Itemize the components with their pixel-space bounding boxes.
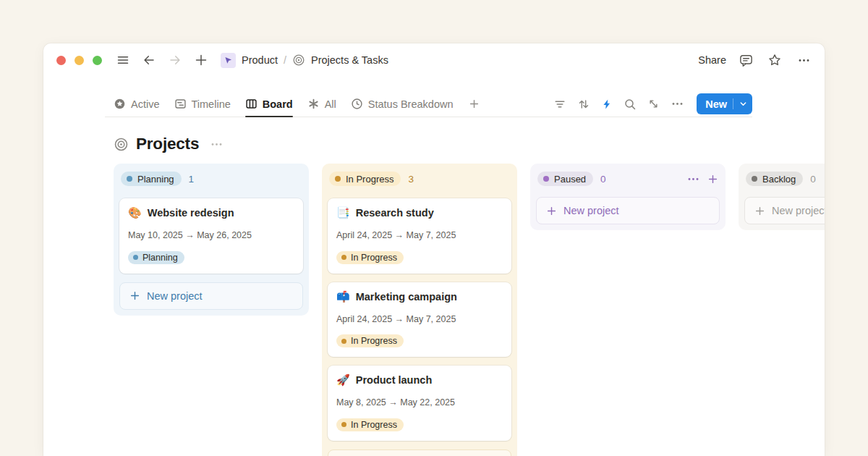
zoom-window-button[interactable] xyxy=(93,56,102,65)
minimize-window-button[interactable] xyxy=(75,56,84,65)
app-window: Product / Projects & Tasks Share ActiveT… xyxy=(43,43,825,456)
status-label: In Progress xyxy=(351,253,397,263)
new-button-divider xyxy=(733,98,733,109)
filter-icon[interactable] xyxy=(553,98,566,111)
card-title-row: 📑Research study xyxy=(336,206,503,219)
chevron-down-icon[interactable] xyxy=(739,100,747,108)
projects-target-icon xyxy=(114,137,129,152)
project-card[interactable]: 📫Marketing campaignApril 24, 2025 → May … xyxy=(328,282,511,358)
card-dates: April 24, 2025 → May 7, 2025 xyxy=(336,314,503,324)
status-dot-icon xyxy=(341,339,346,344)
back-icon[interactable] xyxy=(141,52,157,68)
project-card[interactable]: 🚀Product launchMay 8, 2025 → May 22, 202… xyxy=(328,366,511,441)
kanban-board: Planning1🎨Website redesignMay 10, 2025 →… xyxy=(114,164,825,456)
add-view-button[interactable] xyxy=(469,98,480,109)
new-project-label: New project xyxy=(772,205,825,216)
board-icon xyxy=(245,98,258,110)
column-count: 3 xyxy=(408,174,414,185)
automations-icon[interactable] xyxy=(601,98,613,110)
card-title: Website redesign xyxy=(148,207,234,219)
workspace-icon xyxy=(221,53,236,68)
new-project-label: New project xyxy=(147,290,203,302)
comments-icon[interactable] xyxy=(738,52,754,68)
board-column-backlog: Backlog0New project xyxy=(739,164,825,230)
expand-icon[interactable] xyxy=(647,98,660,110)
card-title: Product launch xyxy=(356,374,433,386)
column-status-pill[interactable]: In Progress xyxy=(329,172,401,186)
card-status: In Progress xyxy=(336,334,503,348)
status-badge: In Progress xyxy=(336,334,404,347)
column-name: Backlog xyxy=(762,174,796,185)
column-header: Paused0 xyxy=(536,169,720,188)
column-more-icon[interactable] xyxy=(686,172,700,186)
status-badge: In Progress xyxy=(336,251,404,264)
sidebar-menu-icon[interactable] xyxy=(115,52,131,68)
tab-label: Board xyxy=(263,98,293,110)
tab-label: Active xyxy=(131,98,160,110)
new-project-label: New project xyxy=(563,205,619,216)
column-count: 1 xyxy=(189,174,195,185)
tab-label: Status Breakdown xyxy=(368,98,454,110)
search-icon[interactable] xyxy=(624,98,637,111)
breadcrumb-separator: / xyxy=(284,54,286,66)
card-title-row: 🎨Website redesign xyxy=(128,206,294,219)
page-header: Projects xyxy=(114,135,825,153)
more-options-icon[interactable] xyxy=(796,52,812,68)
status-dot-icon xyxy=(543,176,549,182)
column-status-pill[interactable]: Backlog xyxy=(746,172,803,186)
breadcrumb-workspace[interactable]: Product xyxy=(242,54,278,66)
column-add-icon[interactable] xyxy=(707,174,718,185)
new-page-icon[interactable] xyxy=(193,52,209,68)
star-circle-icon xyxy=(114,98,126,110)
sort-icon[interactable] xyxy=(577,98,590,111)
breadcrumb-page[interactable]: Projects & Tasks xyxy=(311,54,388,66)
card-emoji-icon: 🚀 xyxy=(336,373,350,387)
card-title: Research study xyxy=(356,207,434,219)
column-status-pill[interactable]: Paused xyxy=(537,172,593,186)
tab-active[interactable]: Active xyxy=(114,91,160,117)
new-button[interactable]: New xyxy=(697,93,752,114)
card-dates: May 8, 2025 → May 22, 2025 xyxy=(336,397,503,408)
card-dates: April 24, 2025 → May 7, 2025 xyxy=(336,230,503,240)
timeline-icon xyxy=(174,98,187,110)
column-status-pill[interactable]: Planning xyxy=(121,172,182,186)
column-header: Backlog0 xyxy=(744,169,825,188)
tab-timeline[interactable]: Timeline xyxy=(174,91,231,117)
board-column-planning: Planning1🎨Website redesignMay 10, 2025 →… xyxy=(114,164,309,316)
view-tabs-bar: ActiveTimelineBoardAllStatus Breakdown N… xyxy=(105,91,752,117)
card-title: Marketing campaign xyxy=(356,291,457,303)
window-controls xyxy=(56,56,102,65)
project-card[interactable]: 📑Research studyApril 24, 2025 → May 7, 2… xyxy=(328,198,511,274)
new-button-label: New xyxy=(705,98,727,110)
tab-label: All xyxy=(325,98,336,110)
plus-icon xyxy=(546,206,557,216)
forward-icon[interactable] xyxy=(167,52,183,68)
new-project-button[interactable]: New project xyxy=(744,197,825,224)
share-button[interactable]: Share xyxy=(697,54,728,66)
tab-label: Timeline xyxy=(192,98,231,110)
view-more-icon[interactable] xyxy=(671,97,684,111)
card-emoji-icon: 📫 xyxy=(336,290,350,303)
plus-icon xyxy=(129,290,140,301)
tab-all[interactable]: All xyxy=(307,91,336,117)
favorite-star-icon[interactable] xyxy=(767,52,783,68)
window-topbar: Product / Projects & Tasks Share xyxy=(43,43,825,77)
new-project-button[interactable]: New project xyxy=(119,282,303,310)
nav-icons xyxy=(115,52,209,68)
page-target-icon xyxy=(292,54,305,67)
tab-board[interactable]: Board xyxy=(245,91,293,117)
status-badge: Planning xyxy=(128,251,184,264)
column-name: Paused xyxy=(554,174,586,185)
card-status: In Progress xyxy=(336,417,503,431)
column-name: Planning xyxy=(137,174,174,185)
new-project-button[interactable]: New project xyxy=(328,449,511,456)
tab-status-breakdown[interactable]: Status Breakdown xyxy=(351,91,454,117)
status-dot-icon xyxy=(341,422,346,427)
card-emoji-icon: 📑 xyxy=(336,206,350,219)
status-badge: In Progress xyxy=(336,418,404,431)
close-window-button[interactable] xyxy=(56,56,66,65)
new-project-button[interactable]: New project xyxy=(536,197,720,224)
page-options-icon[interactable] xyxy=(210,138,224,151)
project-card[interactable]: 🎨Website redesignMay 10, 2025 → May 26, … xyxy=(119,198,303,274)
topbar-actions xyxy=(738,52,812,68)
